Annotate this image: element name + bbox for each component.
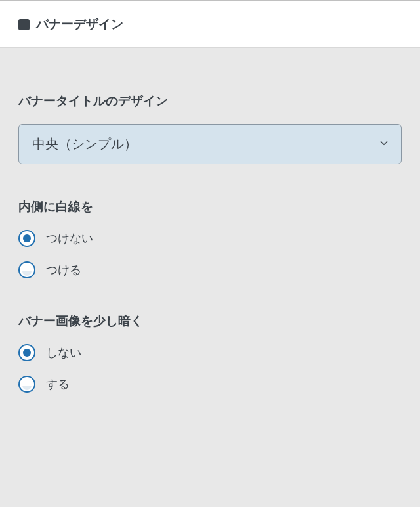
section-inner-line: 内側に白線を つけない つける bbox=[18, 198, 402, 278]
radio-label: しない bbox=[46, 345, 81, 361]
radio-label: つける bbox=[46, 262, 81, 278]
radio-label: つけない bbox=[46, 231, 93, 246]
radio-group-darken: しない する bbox=[18, 344, 402, 393]
square-icon bbox=[18, 19, 30, 30]
section-label: 内側に白線を bbox=[18, 198, 402, 215]
radio-icon bbox=[18, 261, 35, 278]
radio-inner-line-off[interactable]: つけない bbox=[18, 230, 402, 247]
section-darken: バナー画像を少し暗く しない する bbox=[18, 313, 402, 393]
panel-title: バナーデザイン bbox=[36, 16, 123, 33]
radio-icon bbox=[18, 344, 35, 361]
title-design-select[interactable]: 中央（シンプル） bbox=[18, 124, 402, 164]
section-label: バナータイトルのデザイン bbox=[18, 93, 402, 110]
radio-icon bbox=[18, 376, 35, 393]
radio-icon bbox=[18, 230, 35, 247]
radio-darken-on[interactable]: する bbox=[18, 376, 402, 393]
panel-content: バナータイトルのデザイン 中央（シンプル） 内側に白線を つけない つける バナ… bbox=[0, 48, 420, 445]
panel-header: バナーデザイン bbox=[0, 1, 420, 48]
section-title-design: バナータイトルのデザイン 中央（シンプル） bbox=[18, 93, 402, 164]
radio-group-inner-line: つけない つける bbox=[18, 230, 402, 278]
select-wrap: 中央（シンプル） bbox=[18, 124, 402, 164]
radio-label: する bbox=[46, 376, 70, 392]
radio-darken-off[interactable]: しない bbox=[18, 344, 402, 361]
radio-inner-line-on[interactable]: つける bbox=[18, 261, 402, 278]
section-label: バナー画像を少し暗く bbox=[18, 313, 402, 330]
